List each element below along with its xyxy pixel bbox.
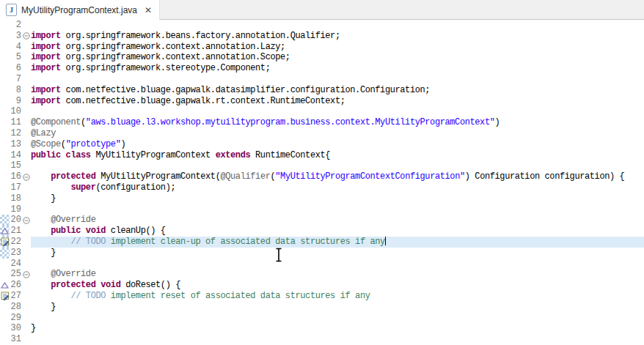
line-number[interactable]: 22	[10, 237, 21, 248]
line-number[interactable]: 29	[10, 313, 21, 324]
code-line[interactable]: 10	[0, 106, 644, 117]
line-number[interactable]: 24	[10, 259, 21, 270]
code-text[interactable]: protected MyUtilityProgramContext(@Quali…	[31, 171, 644, 182]
code-line[interactable]: 3import org.springframework.beans.factor…	[0, 31, 644, 42]
code-text[interactable]: import com.netfective.bluage.gapwalk.rt.…	[31, 96, 644, 107]
line-number[interactable]: 15	[10, 160, 21, 171]
line-number[interactable]: 6	[10, 63, 21, 74]
line-number[interactable]: 19	[10, 204, 21, 215]
range-indicator[interactable]	[0, 226, 10, 237]
code-text[interactable]: }	[31, 248, 644, 259]
fold-collapse-icon[interactable]	[23, 217, 30, 224]
code-text[interactable]: import org.springframework.stereotype.Co…	[31, 63, 644, 74]
code-line[interactable]: 9import com.netfective.bluage.gapwalk.rt…	[0, 96, 644, 107]
code-text[interactable]: public void cleanUp() {	[31, 226, 644, 237]
code-text[interactable]: @Component("aws.bluage.l3.workshop.mytui…	[31, 117, 644, 128]
code-line[interactable]: 4import org.springframework.context.anno…	[0, 42, 644, 53]
code-line[interactable]: 15	[0, 160, 644, 171]
code-line[interactable]: 2	[0, 20, 644, 31]
editor-tab-myutilityprogramcontext[interactable]: J MyUtilityProgramContext.java ✕	[0, 0, 160, 20]
code-text[interactable]: // TODO implement clean-up of associated…	[31, 237, 644, 248]
code-line[interactable]: 16 protected MyUtilityProgramContext(@Qu…	[0, 171, 644, 182]
override-indicator-icon[interactable]	[1, 228, 9, 234]
code-text[interactable]: protected void doReset() {	[31, 280, 644, 291]
fold-gutter[interactable]	[21, 171, 31, 182]
line-number[interactable]: 25	[10, 269, 21, 280]
code-text[interactable]	[31, 106, 644, 117]
line-number[interactable]: 26	[10, 280, 21, 291]
code-text[interactable]	[31, 313, 644, 324]
code-line[interactable]: 26 protected void doReset() {	[0, 280, 644, 291]
code-text[interactable]	[31, 334, 644, 345]
line-number[interactable]: 31	[10, 334, 21, 345]
code-line[interactable]: 29	[0, 313, 644, 324]
code-text[interactable]: @Scope("prototype")	[31, 139, 644, 150]
code-text[interactable]	[31, 160, 644, 171]
code-line[interactable]: 19	[0, 204, 644, 215]
line-number[interactable]: 20	[10, 215, 21, 226]
fold-gutter[interactable]	[21, 269, 31, 280]
code-text[interactable]: }	[31, 302, 644, 313]
fold-collapse-icon[interactable]	[23, 271, 30, 278]
line-number[interactable]: 4	[10, 42, 21, 53]
line-number[interactable]: 27	[10, 291, 21, 302]
code-text[interactable]: // TODO implement reset of associated da…	[31, 291, 644, 302]
override-indicator-icon[interactable]	[1, 282, 9, 289]
code-text[interactable]: import com.netfective.bluage.gapwalk.dat…	[31, 85, 644, 96]
code-text[interactable]: import org.springframework.context.annot…	[31, 52, 644, 63]
code-line[interactable]: 6import org.springframework.stereotype.C…	[0, 63, 644, 74]
code-line[interactable]: 7	[0, 74, 644, 85]
code-text[interactable]	[31, 204, 644, 215]
code-line[interactable]: 20 @Override	[0, 215, 644, 226]
fold-collapse-icon[interactable]	[23, 174, 30, 181]
line-number[interactable]: 7	[10, 74, 21, 85]
code-line[interactable]: 27 // TODO implement reset of associated…	[0, 291, 644, 302]
code-line[interactable]: 25 @Override	[0, 269, 644, 280]
line-number[interactable]: 11	[10, 117, 21, 128]
code-line[interactable]: 23 }	[0, 248, 644, 259]
code-text[interactable]: super(configuration);	[31, 182, 644, 193]
code-line[interactable]: 22 // TODO implement clean-up of associa…	[0, 237, 644, 248]
range-indicator[interactable]	[0, 237, 10, 248]
line-number[interactable]: 14	[10, 150, 21, 161]
code-line[interactable]: 12@Lazy	[0, 128, 644, 139]
fold-gutter[interactable]	[21, 215, 31, 226]
code-line[interactable]: 31	[0, 334, 644, 345]
line-number[interactable]: 17	[10, 182, 21, 193]
line-number[interactable]: 9	[10, 96, 21, 107]
code-editor[interactable]: 23import org.springframework.beans.facto…	[0, 20, 644, 345]
code-line[interactable]: 14public class MyUtilityProgramContext e…	[0, 150, 644, 161]
task-marker-icon[interactable]	[1, 237, 10, 246]
code-line[interactable]: 28 }	[0, 302, 644, 313]
line-number[interactable]: 21	[10, 226, 21, 237]
line-number[interactable]: 2	[10, 20, 21, 31]
line-number[interactable]: 16	[10, 171, 21, 182]
tab-close-icon[interactable]: ✕	[144, 6, 152, 15]
line-number[interactable]: 8	[10, 85, 21, 96]
line-number[interactable]: 28	[10, 302, 21, 313]
code-text[interactable]	[31, 74, 644, 85]
code-text[interactable]: @Lazy	[31, 128, 644, 139]
code-text[interactable]	[31, 259, 644, 270]
code-text[interactable]: import org.springframework.beans.factory…	[31, 31, 644, 42]
line-number[interactable]: 10	[10, 106, 21, 117]
code-text[interactable]: import org.springframework.context.annot…	[31, 42, 644, 53]
code-text[interactable]: }	[31, 193, 644, 204]
code-line[interactable]: 11@Component("aws.bluage.l3.workshop.myt…	[0, 117, 644, 128]
code-text[interactable]: @Override	[31, 215, 644, 226]
line-number[interactable]: 5	[10, 52, 21, 63]
code-line[interactable]: 5import org.springframework.context.anno…	[0, 52, 644, 63]
line-number[interactable]: 3	[10, 31, 21, 42]
line-number[interactable]: 12	[10, 128, 21, 139]
code-text[interactable]: public class MyUtilityProgramContext ext…	[31, 150, 644, 161]
code-line[interactable]: 24	[0, 259, 644, 270]
code-line[interactable]: 30}	[0, 323, 644, 334]
marker-gutter[interactable]	[0, 280, 10, 291]
code-line[interactable]: 18 }	[0, 193, 644, 204]
line-number[interactable]: 18	[10, 193, 21, 204]
code-line[interactable]: 13@Scope("prototype")	[0, 139, 644, 150]
code-line[interactable]: 8import com.netfective.bluage.gapwalk.da…	[0, 85, 644, 96]
code-line[interactable]: 21 public void cleanUp() {	[0, 226, 644, 237]
code-line[interactable]: 17 super(configuration);	[0, 182, 644, 193]
line-number[interactable]: 30	[10, 323, 21, 334]
